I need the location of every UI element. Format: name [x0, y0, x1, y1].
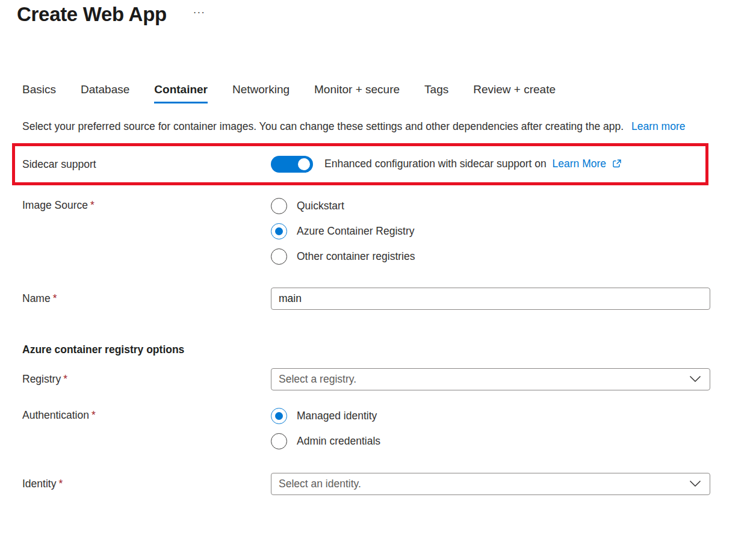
radio-managed-identity[interactable]: Managed identity [271, 403, 380, 428]
image-source-radio-group: Quickstart Azure Container Registry Othe… [271, 193, 415, 269]
required-asterisk: * [90, 199, 94, 211]
radio-circle [271, 408, 287, 424]
create-web-app-page: Create Web App ··· Basics Database Conta… [0, 0, 756, 495]
tab-bar: Basics Database Container Networking Mon… [22, 83, 756, 103]
radio-managed-identity-label: Managed identity [297, 410, 377, 422]
sidecar-support-label: Sidecar support [22, 158, 271, 171]
identity-label-text: Identity [22, 478, 56, 490]
radio-circle [271, 433, 287, 449]
registry-placeholder: Select a registry. [279, 373, 356, 386]
authentication-label-text: Authentication [22, 409, 89, 421]
tab-review-create[interactable]: Review + create [473, 83, 556, 103]
radio-other-label: Other container registries [297, 250, 415, 263]
tab-tags[interactable]: Tags [424, 83, 448, 103]
name-input[interactable] [271, 288, 710, 310]
required-asterisk: * [58, 478, 63, 490]
identity-placeholder: Select an identity. [279, 478, 361, 490]
radio-admin-credentials-label: Admin credentials [297, 435, 380, 448]
tab-basics[interactable]: Basics [22, 83, 56, 103]
registry-dropdown[interactable]: Select a registry. [271, 368, 710, 390]
toggle-knob [298, 158, 310, 170]
registry-label: Registry* [22, 373, 271, 386]
registry-label-text: Registry [22, 373, 61, 385]
radio-acr-label: Azure Container Registry [297, 225, 415, 238]
tab-monitor-secure[interactable]: Monitor + secure [314, 83, 400, 103]
identity-label: Identity* [22, 478, 271, 490]
tab-database[interactable]: Database [81, 83, 129, 103]
tab-description: Select your preferred source for contain… [22, 118, 708, 135]
radio-quickstart[interactable]: Quickstart [271, 193, 415, 218]
description-text: Select your preferred source for contain… [22, 120, 624, 132]
tab-container[interactable]: Container [154, 83, 208, 103]
identity-row: Identity* Select an identity. [22, 473, 756, 495]
registry-row: Registry* Select a registry. [22, 368, 756, 390]
sidecar-support-highlight-box: Sidecar support Enhanced configuration w… [12, 143, 708, 185]
required-asterisk: * [91, 409, 96, 421]
radio-other-container-registries[interactable]: Other container registries [271, 244, 415, 269]
page-title: Create Web App [17, 1, 167, 28]
required-asterisk: * [53, 292, 57, 304]
more-menu-icon[interactable]: ··· [193, 2, 205, 23]
radio-circle [271, 223, 287, 239]
radio-admin-credentials[interactable]: Admin credentials [271, 428, 380, 454]
radio-quickstart-label: Quickstart [297, 200, 344, 212]
sidecar-learn-more-link[interactable]: Learn More [553, 158, 607, 170]
chevron-down-icon [689, 374, 701, 385]
image-source-label-text: Image Source [22, 199, 88, 211]
tab-networking[interactable]: Networking [232, 83, 290, 103]
image-source-label: Image Source* [22, 193, 271, 212]
name-label-text: Name [22, 292, 51, 304]
radio-azure-container-registry[interactable]: Azure Container Registry [271, 218, 415, 244]
required-asterisk: * [63, 373, 67, 385]
name-label: Name* [22, 292, 271, 305]
authentication-radio-group: Managed identity Admin credentials [271, 403, 380, 454]
authentication-label: Authentication* [22, 403, 271, 422]
radio-circle [271, 248, 287, 265]
sidecar-support-description: Enhanced configuration with sidecar supp… [324, 158, 622, 171]
radio-circle [271, 198, 287, 214]
sidecar-support-toggle[interactable] [271, 156, 313, 173]
learn-more-link[interactable]: Learn more [631, 120, 686, 132]
authentication-row: Authentication* Managed identity Admin c… [22, 403, 756, 454]
identity-dropdown[interactable]: Select an identity. [271, 473, 710, 495]
external-link-icon [612, 159, 622, 171]
image-source-row: Image Source* Quickstart Azure Container… [22, 193, 756, 269]
chevron-down-icon [689, 479, 701, 490]
sidecar-description-text: Enhanced configuration with sidecar supp… [324, 158, 547, 170]
name-row: Name* [22, 288, 756, 310]
title-row: Create Web App ··· [17, 1, 756, 28]
acr-options-header: Azure container registry options [22, 344, 756, 356]
